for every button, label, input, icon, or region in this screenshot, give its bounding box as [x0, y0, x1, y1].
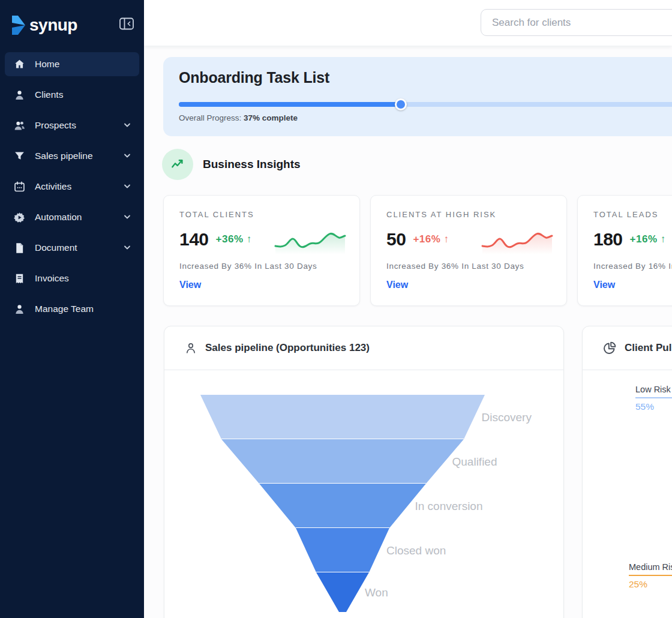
- sidebar-item-label: Activities: [35, 181, 124, 192]
- document-icon: [13, 242, 26, 254]
- topbar: [144, 0, 672, 46]
- sidebar-item-label: Clients: [35, 89, 131, 100]
- funnel-stage-label: Closed won: [386, 544, 446, 557]
- search-input[interactable]: [481, 9, 672, 36]
- sidebar-item-invoices[interactable]: Invoices: [5, 266, 139, 290]
- chevron-down-icon: [124, 154, 131, 158]
- sidebar-item-label: Automation: [35, 212, 124, 223]
- chevron-down-icon: [124, 245, 131, 250]
- funnel-stage-label: Won: [365, 586, 388, 599]
- view-link[interactable]: View: [179, 280, 201, 290]
- onboarding-task-list-card: Onboarding Task List Overall Progress: 3…: [163, 57, 672, 136]
- sidebar-item-sales-pipeline[interactable]: Sales pipeline: [5, 144, 139, 168]
- sparkline-chart: [274, 227, 346, 256]
- sidebar-collapse-button[interactable]: [118, 16, 136, 31]
- collapse-panel-icon: [119, 17, 134, 30]
- funnel-stage-discovery[interactable]: [200, 395, 485, 439]
- sales-pipeline-card-title: Sales pipeline (Opportunities 123): [205, 342, 370, 354]
- pie-label-value: 55%: [635, 401, 672, 412]
- pie-label-low-risk: Low Risk 55%: [635, 384, 672, 412]
- sidebar-item-label: Prospects: [35, 120, 124, 131]
- sidebar-item-activities[interactable]: Activities: [5, 175, 139, 199]
- stat-label: TOTAL LEADS: [593, 210, 672, 219]
- sparkline-chart: [481, 227, 553, 256]
- funnel-stage-closed-won[interactable]: [296, 528, 389, 572]
- stat-card-clients-at-high-risk: CLIENTS AT HIGH RISK 50 +16% ↑ Increased…: [370, 195, 567, 306]
- stat-subtext: Increased By 36% In Last 30 Days: [179, 262, 344, 271]
- chevron-down-icon: [124, 184, 131, 189]
- progress-caption-prefix: Overall Progress:: [179, 113, 244, 122]
- onboarding-progress-slider[interactable]: [179, 98, 672, 110]
- pie-label-value: 25%: [629, 579, 672, 590]
- person-icon: [13, 89, 26, 101]
- sidebar-item-label: Home: [35, 59, 131, 70]
- progress-caption: Overall Progress: 37% complete: [179, 113, 298, 122]
- brand-logo-text: synup: [29, 16, 77, 35]
- pie-chart-icon: [602, 341, 617, 355]
- stat-card-total-leads: TOTAL LEADS 180 +16% ↑ Increased By 16% …: [577, 195, 672, 306]
- client-pulse-card-title: Client Pulse: [625, 342, 672, 354]
- stat-delta: +36% ↑: [216, 233, 252, 245]
- progress-fill: [179, 102, 401, 107]
- home-icon: [13, 58, 26, 71]
- dashboard-page: synup Home Clients Prospects: [0, 0, 672, 618]
- funnel-stage-won[interactable]: [316, 572, 369, 612]
- trending-up-icon: [170, 157, 185, 172]
- sales-pipeline-card: Sales pipeline (Opportunities 123) Disco…: [164, 326, 564, 618]
- sidebar-item-label: Document: [35, 242, 124, 253]
- business-insights-icon-badge: [162, 149, 193, 180]
- funnel-stage-label: Discovery: [482, 411, 532, 424]
- sales-pipeline-card-header: Sales pipeline (Opportunities 123): [164, 326, 563, 370]
- view-link[interactable]: View: [593, 280, 615, 290]
- stat-delta: +16% ↑: [630, 233, 666, 245]
- sidebar-item-document[interactable]: Document: [5, 236, 139, 260]
- invoice-icon: [13, 272, 26, 285]
- chevron-down-icon: [124, 215, 131, 220]
- sidebar-item-label: Sales pipeline: [35, 151, 124, 161]
- funnel-icon: [13, 150, 26, 163]
- stat-value: 140: [179, 229, 209, 250]
- sidebar-item-label: Manage Team: [35, 304, 131, 314]
- person-icon: [13, 303, 26, 316]
- funnel-stage-label: In conversion: [415, 500, 483, 512]
- view-link[interactable]: View: [386, 280, 408, 290]
- stat-subtext: Increased By 36% In Last 30 Days: [386, 262, 551, 271]
- brand-logo: synup: [11, 12, 136, 38]
- stat-card-total-clients: TOTAL CLIENTS 140 +36% ↑ Increased By 36…: [163, 195, 360, 306]
- people-icon: [13, 119, 26, 132]
- sidebar-item-automation[interactable]: Automation: [5, 205, 139, 229]
- pie-label-text: Low Risk: [635, 385, 672, 398]
- automation-gear-icon: [13, 211, 26, 224]
- progress-knob[interactable]: [395, 98, 407, 110]
- onboarding-title: Onboarding Task List: [179, 69, 672, 86]
- sidebar-item-clients[interactable]: Clients: [5, 83, 139, 107]
- sidebar-item-label: Invoices: [35, 273, 131, 284]
- sidebar: synup Home Clients Prospects: [0, 0, 144, 618]
- stat-label: CLIENTS AT HIGH RISK: [386, 210, 551, 219]
- sidebar-item-prospects[interactable]: Prospects: [5, 113, 139, 137]
- sidebar-item-manage-team[interactable]: Manage Team: [5, 297, 139, 321]
- sidebar-item-home[interactable]: Home: [5, 52, 139, 76]
- stat-value: 180: [593, 229, 623, 250]
- client-pulse-card: Client Pulse Low Risk 55% Medium Risk 25…: [582, 326, 672, 618]
- stat-label: TOTAL CLIENTS: [179, 210, 344, 219]
- stat-delta: +16% ↑: [413, 233, 449, 245]
- business-insights-title: Business Insights: [203, 158, 301, 171]
- synup-logo-icon: [11, 15, 26, 35]
- sidebar-nav: Home Clients Prospects Sales pipeline Ac…: [0, 52, 144, 328]
- funnel-chart[interactable]: DiscoveryQualifiedIn conversionClosed wo…: [164, 371, 565, 618]
- person-outline-icon: [184, 341, 197, 355]
- pie-label-text: Medium Risk: [629, 562, 672, 576]
- stat-subtext: Increased By 16% In Last 30 Days: [593, 262, 672, 271]
- client-pulse-card-header: Client Pulse: [583, 326, 672, 370]
- funnel-stage-in-conversion[interactable]: [259, 484, 426, 528]
- pie-label-medium-risk: Medium Risk 25%: [629, 562, 672, 590]
- funnel-stage-qualified[interactable]: [221, 439, 464, 484]
- chevron-down-icon: [124, 123, 131, 128]
- calendar-icon: [13, 181, 26, 193]
- stat-value: 50: [386, 229, 406, 250]
- progress-caption-value: 37% complete: [244, 113, 298, 122]
- funnel-stage-label: Qualified: [452, 455, 497, 468]
